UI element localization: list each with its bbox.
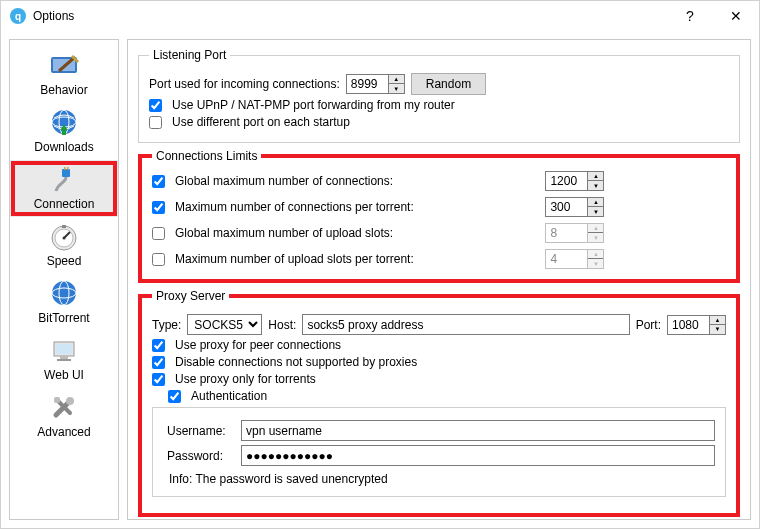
svg-rect-10 xyxy=(62,129,66,135)
sidebar-item-label: Advanced xyxy=(37,425,90,439)
global-max-label: Global maximum number of connections: xyxy=(175,174,393,188)
bittorrent-icon xyxy=(46,278,82,310)
connections-limits-group: Connections Limits Global maximum number… xyxy=(138,149,740,283)
upnp-checkbox[interactable] xyxy=(149,99,162,112)
password-info: Info: The password is saved unencrypted xyxy=(169,472,715,486)
proxy-only-torrents-checkbox[interactable] xyxy=(152,373,165,386)
speed-icon xyxy=(46,221,82,253)
upload-per-torrent-checkbox[interactable] xyxy=(152,253,165,266)
svg-point-26 xyxy=(66,397,74,405)
spin-up: ▲ xyxy=(588,250,603,259)
listening-port-legend: Listening Port xyxy=(149,48,230,62)
sidebar-item-behavior[interactable]: Behavior xyxy=(10,46,118,103)
svg-rect-24 xyxy=(60,356,68,359)
upnp-label: Use UPnP / NAT-PMP port forwarding from … xyxy=(172,98,455,112)
svg-rect-12 xyxy=(64,167,66,170)
proxy-server-group: Proxy Server Type: SOCKS5 Host: Port: ▲▼ xyxy=(138,289,740,517)
sidebar-item-bittorrent[interactable]: BitTorrent xyxy=(10,274,118,331)
behavior-icon xyxy=(46,50,82,82)
upload-per-torrent-spinner: ▲▼ xyxy=(545,249,604,269)
password-label: Password: xyxy=(167,449,233,463)
svg-rect-18 xyxy=(62,225,66,228)
proxy-type-select[interactable]: SOCKS5 xyxy=(187,314,262,335)
port-input[interactable] xyxy=(346,74,388,94)
spin-down: ▼ xyxy=(588,233,603,242)
username-label: Username: xyxy=(167,424,233,438)
svg-rect-13 xyxy=(67,167,69,170)
titlebar: q Options ? ✕ xyxy=(1,1,759,31)
different-port-label: Use different port on each startup xyxy=(172,115,350,129)
downloads-icon xyxy=(46,107,82,139)
spin-up: ▲ xyxy=(588,224,603,233)
proxy-type-label: Type: xyxy=(152,318,181,332)
spin-down: ▼ xyxy=(588,259,603,268)
proxy-auth-checkbox[interactable] xyxy=(168,390,181,403)
spin-up[interactable]: ▲ xyxy=(588,198,603,207)
upload-per-torrent-input xyxy=(545,249,587,269)
spin-down[interactable]: ▼ xyxy=(710,325,725,334)
proxy-port-input[interactable] xyxy=(667,315,709,335)
spin-up[interactable]: ▲ xyxy=(389,75,404,84)
global-max-input[interactable] xyxy=(545,171,587,191)
proxy-auth-label: Authentication xyxy=(191,389,267,403)
svg-text:q: q xyxy=(15,11,21,22)
max-per-torrent-spinner[interactable]: ▲▼ xyxy=(545,197,604,217)
global-upload-input xyxy=(545,223,587,243)
sidebar-item-downloads[interactable]: Downloads xyxy=(10,103,118,160)
svg-point-17 xyxy=(63,237,66,240)
sidebar-item-label: Behavior xyxy=(40,83,87,97)
spin-up[interactable]: ▲ xyxy=(710,316,725,325)
sidebar-item-label: Speed xyxy=(47,254,82,268)
proxy-port-label: Port: xyxy=(636,318,661,332)
connections-limits-legend: Connections Limits xyxy=(152,149,261,163)
sidebar-item-label: BitTorrent xyxy=(38,311,89,325)
sidebar-item-label: Connection xyxy=(34,197,95,211)
password-input[interactable] xyxy=(241,445,715,466)
listening-port-group: Listening Port Port used for incoming co… xyxy=(138,48,740,143)
sidebar-item-advanced[interactable]: Advanced xyxy=(10,388,118,445)
different-port-checkbox[interactable] xyxy=(149,116,162,129)
webui-icon xyxy=(46,335,82,367)
port-spinner[interactable]: ▲▼ xyxy=(346,74,405,94)
spin-up[interactable]: ▲ xyxy=(588,172,603,181)
sidebar-item-webui[interactable]: Web UI xyxy=(10,331,118,388)
max-per-torrent-checkbox[interactable] xyxy=(152,201,165,214)
proxy-auth-group: Username: Password: Info: The password i… xyxy=(152,407,726,497)
global-upload-label: Global maximum number of upload slots: xyxy=(175,226,393,240)
max-per-torrent-input[interactable] xyxy=(545,197,587,217)
proxy-peer-checkbox[interactable] xyxy=(152,339,165,352)
upload-per-torrent-label: Maximum number of upload slots per torre… xyxy=(175,252,414,266)
window-title: Options xyxy=(33,9,667,23)
proxy-disable-unsupported-label: Disable connections not supported by pro… xyxy=(175,355,417,369)
proxy-server-legend: Proxy Server xyxy=(152,289,229,303)
category-sidebar: Behavior Downloads Connection Speed xyxy=(9,39,119,520)
random-button[interactable]: Random xyxy=(411,73,486,95)
app-logo-icon: q xyxy=(9,7,27,25)
global-upload-spinner: ▲▼ xyxy=(545,223,604,243)
spin-down[interactable]: ▼ xyxy=(588,207,603,216)
svg-rect-11 xyxy=(62,169,70,177)
close-button[interactable]: ✕ xyxy=(713,1,759,31)
username-input[interactable] xyxy=(241,420,715,441)
proxy-host-label: Host: xyxy=(268,318,296,332)
svg-point-19 xyxy=(52,281,76,305)
proxy-port-spinner[interactable]: ▲▼ xyxy=(667,315,726,335)
proxy-disable-unsupported-checkbox[interactable] xyxy=(152,356,165,369)
global-max-spinner[interactable]: ▲▼ xyxy=(545,171,604,191)
help-button[interactable]: ? xyxy=(667,1,713,31)
svg-rect-25 xyxy=(57,359,71,361)
sidebar-item-label: Downloads xyxy=(34,140,93,154)
proxy-only-torrents-label: Use proxy only for torrents xyxy=(175,372,316,386)
global-max-checkbox[interactable] xyxy=(152,175,165,188)
svg-rect-23 xyxy=(56,344,72,354)
max-per-torrent-label: Maximum number of connections per torren… xyxy=(175,200,414,214)
spin-down[interactable]: ▼ xyxy=(588,181,603,190)
sidebar-item-connection[interactable]: Connection xyxy=(10,160,118,217)
global-upload-checkbox[interactable] xyxy=(152,227,165,240)
spin-down[interactable]: ▼ xyxy=(389,84,404,93)
connection-icon xyxy=(46,164,82,196)
sidebar-item-speed[interactable]: Speed xyxy=(10,217,118,274)
advanced-icon xyxy=(46,392,82,424)
proxy-host-input[interactable] xyxy=(302,314,629,335)
port-label: Port used for incoming connections: xyxy=(149,77,340,91)
